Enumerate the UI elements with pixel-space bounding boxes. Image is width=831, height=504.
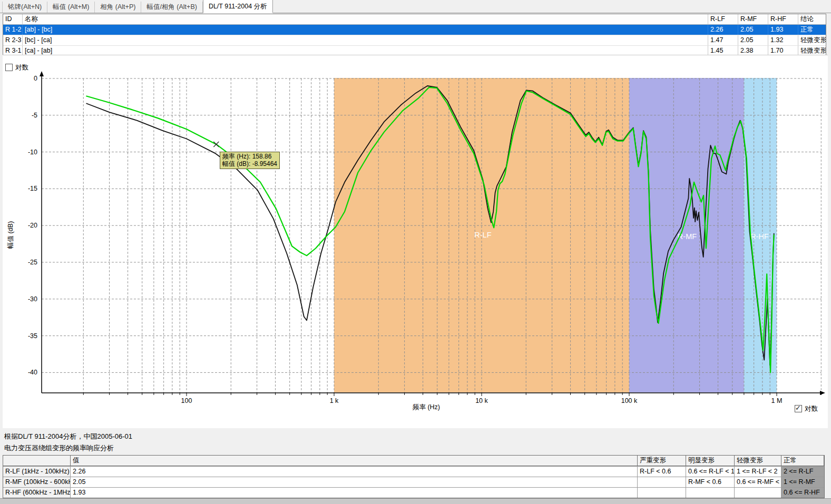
- y-tick-label: 0: [34, 75, 37, 82]
- frequency-response-plot[interactable]: 1001 k10 k100 k1 M0-5-10-15-20-25-30-35-…: [3, 55, 828, 428]
- criteria-value: 2.05: [71, 477, 638, 487]
- criteria-severe: [638, 477, 686, 487]
- x-axis-arrow-icon: [820, 391, 825, 395]
- x-tick-label: 100 k: [621, 397, 638, 404]
- column-header-rmf[interactable]: R-MF: [738, 14, 768, 24]
- x-axis-title: 频率 (Hz): [412, 403, 440, 411]
- tab-magnitude-phase[interactable]: 幅值/相角 (Alt+B): [141, 2, 203, 13]
- column-header-id[interactable]: ID: [3, 14, 23, 24]
- criteria-header: 值 严重变形 明显变形 轻微变形 正常: [3, 456, 824, 466]
- table-row-r1-2[interactable]: R 1-2 [ab] - [bc] 2.26 2.05 1.93 正常: [3, 25, 826, 35]
- criteria-normal-highlighted: 1 <= R-MF: [781, 477, 824, 487]
- tab-nameplate[interactable]: 铭牌(Alt+N): [2, 2, 47, 13]
- log-checkbox-bottom[interactable]: 对数: [795, 405, 818, 412]
- analysis-result-table: ID 名称 R-LF R-MF R-HF 结论 R 1-2 [ab] - [bc…: [3, 14, 826, 57]
- criteria-header-severe: 严重变形: [638, 456, 686, 466]
- cell-name: [ab] - [bc]: [23, 25, 708, 35]
- criteria-value: 2.26: [71, 467, 638, 477]
- cell-rhf: 1.32: [768, 35, 798, 45]
- tab-magnitude[interactable]: 幅值 (Alt+M): [47, 2, 95, 13]
- cell-id: R 1-2: [3, 25, 23, 35]
- y-tick-label: -25: [28, 259, 37, 266]
- criteria-severe: [638, 488, 686, 498]
- column-header-name[interactable]: 名称: [23, 14, 708, 24]
- x-tick-label: 10 k: [475, 397, 488, 404]
- horizontal-scrollbar[interactable]: [0, 498, 831, 504]
- tab-phase[interactable]: 相角 (Alt+P): [95, 2, 141, 13]
- checkbox-box-icon: [795, 405, 802, 412]
- cell-rlf: 2.26: [708, 25, 738, 35]
- analysis-standard-text: 根据DL/T 911-2004分析，中国2005-06-01: [4, 432, 132, 441]
- criteria-label: R-LF (1kHz - 100kHz): [3, 467, 71, 477]
- band-label-r-lf: R-LF: [474, 231, 491, 239]
- criteria-table: 值 严重变形 明显变形 轻微变形 正常 R-LF (1kHz - 100kHz)…: [3, 455, 825, 498]
- criteria-slight: [735, 488, 781, 498]
- y-tick-label: -40: [28, 369, 37, 376]
- y-axis-arrow-icon: [40, 71, 44, 76]
- tab-bar: 铭牌(Alt+N) 幅值 (Alt+M) 相角 (Alt+P) 幅值/相角 (A…: [0, 0, 831, 13]
- result-table-header: ID 名称 R-LF R-MF R-HF 结论: [3, 14, 826, 25]
- log-checkbox-top[interactable]: 对数: [5, 64, 28, 71]
- y-tick-label: -30: [28, 295, 37, 303]
- log-checkbox-bottom-label: 对数: [805, 404, 818, 413]
- criteria-value: 1.93: [71, 488, 638, 498]
- criteria-slight: 0.6 <= R-MF < 1: [735, 477, 781, 487]
- cell-rmf: 2.05: [738, 35, 768, 45]
- y-tick-label: -5: [32, 112, 37, 119]
- criteria-row-rmf: R-MF (100kHz - 600kHz) 2.05 R-MF < 0.6 0…: [3, 477, 824, 487]
- y-tick-label: -10: [28, 149, 37, 156]
- criteria-slight: 1 <= R-LF < 2: [735, 467, 781, 477]
- x-tick-label: 1 k: [330, 397, 339, 404]
- criteria-header-slight: 轻微变形: [735, 456, 781, 466]
- cell-rmf: 2.05: [738, 25, 768, 35]
- criteria-label: R-MF (100kHz - 600kHz): [3, 477, 71, 487]
- column-header-rhf[interactable]: R-HF: [768, 14, 798, 24]
- y-tick-label: -20: [28, 222, 37, 229]
- criteria-header-blank: [3, 456, 71, 466]
- cell-id: R 2-3: [3, 35, 23, 45]
- cell-rhf: 1.93: [768, 25, 798, 35]
- y-tick-label: -15: [28, 185, 37, 192]
- criteria-header-obvious: 明显变形: [686, 456, 735, 466]
- analysis-title-text: 电力变压器绕组变形的频率响应分析: [4, 443, 114, 453]
- checkbox-box-icon: [5, 64, 13, 71]
- criteria-obvious: [686, 488, 735, 498]
- criteria-normal-highlighted: 0.6 <= R-HF: [781, 488, 824, 498]
- column-header-conclusion[interactable]: 结论: [798, 14, 826, 24]
- criteria-severe: R-LF < 0.6: [638, 467, 686, 477]
- cell-conclusion: 轻微变形: [798, 35, 826, 45]
- criteria-header-normal: 正常: [781, 456, 824, 466]
- criteria-obvious: R-MF < 0.6: [686, 477, 735, 487]
- tooltip-magnitude: 幅值 (dB): -8.95464: [222, 160, 277, 167]
- band-label-r-hf: R-HF: [750, 232, 769, 241]
- criteria-normal-highlighted: 2 <= R-LF: [781, 467, 824, 477]
- criteria-label: R-HF (600kHz - 1MHz): [3, 488, 71, 498]
- criteria-header-value: 值: [71, 456, 638, 466]
- tab-dlt-911-2004-analysis[interactable]: DL/T 911-2004 分析: [203, 0, 273, 13]
- log-checkbox-top-label: 对数: [15, 63, 28, 72]
- chart-canvas: 1001 k10 k100 k1 M0-5-10-15-20-25-30-35-…: [3, 55, 828, 428]
- criteria-row-rhf: R-HF (600kHz - 1MHz) 1.93 0.6 <= R-HF: [3, 487, 824, 498]
- cell-rlf: 1.47: [708, 35, 738, 45]
- cursor-tooltip: 频率 (Hz): 158.86 幅值 (dB): -8.95464: [220, 152, 280, 169]
- x-tick-label: 100: [181, 397, 192, 404]
- x-tick-label: 1 M: [771, 397, 783, 404]
- column-header-rlf[interactable]: R-LF: [708, 14, 738, 24]
- cell-conclusion: 正常: [798, 25, 826, 35]
- criteria-row-rlf: R-LF (1kHz - 100kHz) 2.26 R-LF < 0.6 0.6…: [3, 466, 824, 477]
- table-row-r2-3[interactable]: R 2-3 [bc] - [ca] 1.47 2.05 1.32 轻微变形: [3, 35, 826, 46]
- cell-name: [bc] - [ca]: [23, 35, 708, 45]
- tooltip-frequency: 频率 (Hz): 158.86: [222, 153, 277, 160]
- criteria-obvious: 0.6 <= R-LF < 1: [686, 467, 735, 477]
- y-axis-title: 幅值 (dB): [7, 221, 14, 249]
- y-tick-label: -35: [28, 332, 37, 340]
